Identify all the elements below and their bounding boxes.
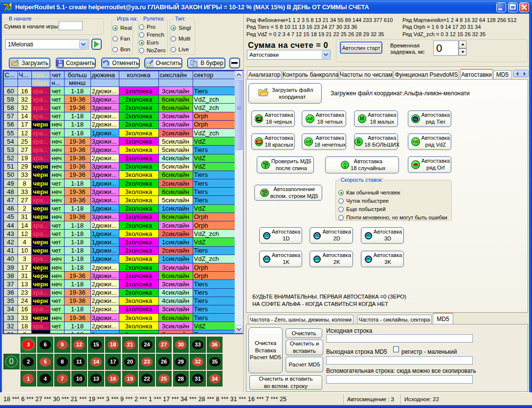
svg-text:7: 7 — [3, 1, 8, 13]
